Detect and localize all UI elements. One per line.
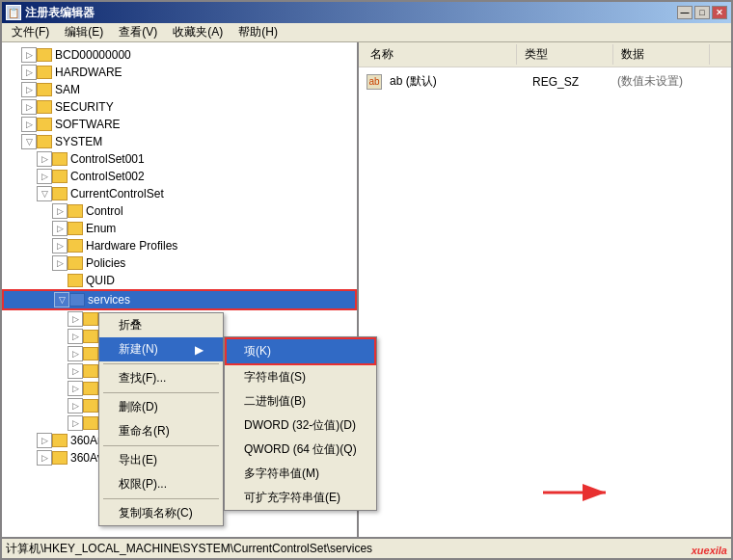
- expand-icon-anti[interactable]: ▷: [37, 433, 52, 448]
- folder-icon-quid: [68, 274, 83, 287]
- value-type: REG_SZ: [532, 75, 610, 89]
- folder-icon-d3: [83, 347, 98, 360]
- tree-label-system: SYSTEM: [55, 135, 102, 148]
- ctx-delete[interactable]: 删除(D): [99, 395, 223, 419]
- col-name: 名称: [363, 44, 517, 65]
- tree-label-ccs: CurrentControlSet: [70, 187, 164, 200]
- sub-item-binary[interactable]: 二进制值(B): [225, 389, 376, 413]
- sub-item-key[interactable]: 项(K): [225, 337, 376, 365]
- tree-item-enum[interactable]: ▷ Enum: [2, 220, 357, 237]
- tree-item-services[interactable]: ▽ services: [2, 289, 357, 310]
- tree-label-cs001: ControlSet001: [70, 152, 145, 166]
- col-type: 类型: [517, 44, 613, 65]
- folder-icon-hardware: [37, 66, 52, 79]
- expand-icon-hardware[interactable]: ▷: [21, 65, 37, 80]
- folder-icon-software: [37, 118, 52, 131]
- expand-icon-d3[interactable]: ▷: [68, 346, 83, 361]
- status-path: 计算机\HKEY_LOCAL_MACHINE\SYSTEM\CurrentCon…: [6, 541, 727, 557]
- expand-icon-cs002[interactable]: ▷: [37, 169, 52, 184]
- folder-icon-avflt: [52, 451, 68, 465]
- expand-icon-d1[interactable]: ▷: [68, 311, 83, 327]
- expand-icon-n1[interactable]: ▷: [68, 363, 83, 379]
- tree-item-quid[interactable]: QUID: [2, 272, 357, 289]
- content-area: ▷ BCD00000000 ▷ HARDWARE ▷ SAM ▷ SECURIT…: [2, 42, 731, 537]
- expand-icon-avflt[interactable]: ▷: [37, 450, 52, 466]
- sub-item-qword[interactable]: QWORD (64 位值)(Q): [225, 438, 376, 462]
- expand-icon-n3[interactable]: ▷: [68, 398, 83, 413]
- tree-label-hardware: HARDWARE: [55, 66, 122, 79]
- menu-bar: 文件(F) 编辑(E) 查看(V) 收藏夹(A) 帮助(H): [2, 23, 731, 42]
- folder-icon-services: [69, 293, 85, 307]
- expand-icon-software[interactable]: ▷: [21, 117, 37, 132]
- expand-icon-hwp[interactable]: ▷: [52, 238, 68, 253]
- main-window: 📋 注册表编辑器 — □ ✕ 文件(F) 编辑(E) 查看(V) 收藏夹(A) …: [0, 0, 733, 560]
- expand-icon-d2[interactable]: ▷: [68, 329, 83, 344]
- expand-icon-cs001[interactable]: ▷: [37, 151, 52, 167]
- table-row: ab ab (默认) REG_SZ (数值未设置): [363, 71, 727, 92]
- expand-icon-bcd[interactable]: ▷: [21, 47, 37, 63]
- sub-item-multistring[interactable]: 多字符串值(M): [225, 462, 376, 486]
- menu-edit[interactable]: 编辑(E): [57, 22, 111, 42]
- folder-icon-security: [37, 100, 52, 114]
- tree-item-bcd[interactable]: ▷ BCD00000000: [2, 46, 357, 64]
- tree-item-controlset001[interactable]: ▷ ControlSet001: [2, 150, 357, 168]
- folder-icon-control: [68, 204, 83, 218]
- tree-item-currentcontrolset[interactable]: ▽ CurrentControlSet: [2, 185, 357, 202]
- expand-icon-n2[interactable]: ▷: [68, 381, 83, 396]
- tree-item-control[interactable]: ▷ Control: [2, 202, 357, 220]
- submenu: 项(K) 字符串值(S) 二进制值(B) DWORD (32-位值)(D) QW…: [224, 336, 377, 511]
- ctx-collapse[interactable]: 折叠: [99, 313, 223, 337]
- tree-item-software[interactable]: ▷ SOFTWARE: [2, 116, 357, 133]
- ctx-permissions[interactable]: 权限(P)...: [99, 472, 223, 496]
- folder-icon-enum: [68, 222, 83, 235]
- tree-item-hwprofiles[interactable]: ▷ Hardware Profiles: [2, 237, 357, 254]
- expand-icon-control[interactable]: ▷: [52, 203, 68, 219]
- ctx-sep3: [103, 445, 219, 446]
- ctx-find[interactable]: 查找(F)...: [99, 366, 223, 390]
- window-icon: 📋: [6, 5, 21, 20]
- tree-label-security: SECURITY: [55, 100, 114, 114]
- value-icon: ab: [366, 74, 382, 90]
- value-data: (数值未设置): [617, 73, 683, 90]
- expand-icon-ccs[interactable]: ▽: [37, 186, 52, 201]
- tree-item-hardware[interactable]: ▷ HARDWARE: [2, 64, 357, 81]
- ctx-export[interactable]: 导出(E): [99, 448, 223, 472]
- tree-label-sam: SAM: [55, 83, 80, 96]
- expand-icon-policies[interactable]: ▷: [52, 255, 68, 271]
- menu-help[interactable]: 帮助(H): [231, 22, 285, 42]
- tree-item-controlset002[interactable]: ▷ ControlSet002: [2, 168, 357, 185]
- folder-icon-cs001: [52, 152, 68, 166]
- menu-favorites[interactable]: 收藏夹(A): [165, 22, 231, 42]
- sub-item-string[interactable]: 字符串值(S): [225, 365, 376, 389]
- expand-icon-enum[interactable]: ▷: [52, 221, 68, 236]
- tree-label-cs002: ControlSet002: [70, 170, 145, 183]
- tree-item-sam[interactable]: ▷ SAM: [2, 81, 357, 98]
- menu-file[interactable]: 文件(F): [4, 22, 57, 42]
- folder-icon-hwp: [68, 239, 83, 253]
- expand-icon-services[interactable]: ▽: [54, 292, 69, 307]
- context-menu: 折叠 新建(N) ▶ 查找(F)... 删除(D) 重命名(R) 导出(E) 权…: [98, 312, 224, 526]
- expand-icon-sam[interactable]: ▷: [21, 82, 37, 97]
- ctx-rename[interactable]: 重命名(R): [99, 419, 223, 443]
- folder-icon-n3: [83, 399, 98, 413]
- expand-icon-security[interactable]: ▷: [21, 99, 37, 115]
- close-button[interactable]: ✕: [712, 6, 727, 19]
- ctx-copy[interactable]: 复制项名称(C): [99, 501, 223, 525]
- expand-icon-system[interactable]: ▽: [21, 134, 37, 149]
- ctx-new[interactable]: 新建(N) ▶: [99, 337, 223, 361]
- sub-item-dword[interactable]: DWORD (32-位值)(D): [225, 413, 376, 438]
- tree-item-security[interactable]: ▷ SECURITY: [2, 98, 357, 116]
- title-bar: 📋 注册表编辑器 — □ ✕: [2, 2, 731, 23]
- tree-item-policies[interactable]: ▷ Policies: [2, 254, 357, 272]
- tree-item-system[interactable]: ▽ SYSTEM: [2, 133, 357, 150]
- folder-icon-sam: [37, 83, 52, 96]
- expand-icon-n4[interactable]: ▷: [68, 415, 83, 431]
- window-controls: — □ ✕: [677, 6, 727, 19]
- folder-icon-bcd: [37, 48, 52, 62]
- maximize-button[interactable]: □: [694, 6, 710, 19]
- tree-label-bcd: BCD00000000: [55, 48, 131, 62]
- tree-label-policies: Policies: [86, 256, 125, 270]
- sub-item-expandstring[interactable]: 可扩充字符串值(E): [225, 486, 376, 510]
- minimize-button[interactable]: —: [677, 6, 692, 19]
- menu-view[interactable]: 查看(V): [111, 22, 165, 42]
